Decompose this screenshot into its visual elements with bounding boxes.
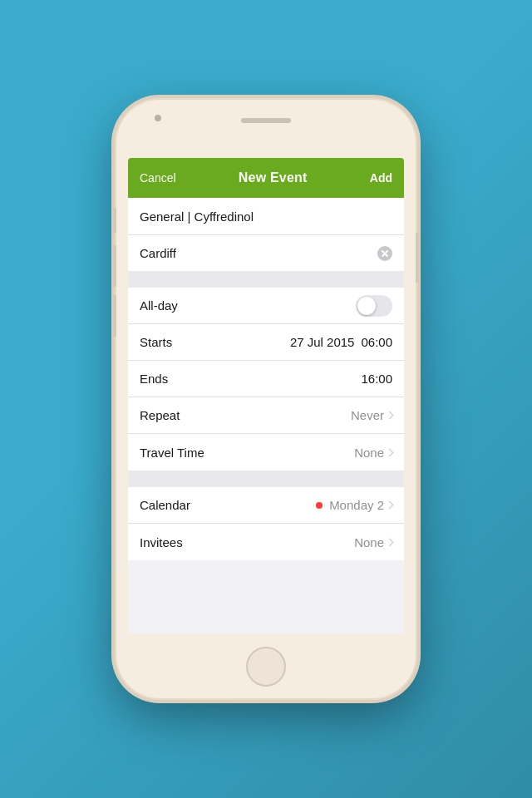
calendar-chevron-icon [386, 501, 394, 510]
repeat-label: Repeat [140, 408, 351, 422]
allday-label: All-day [140, 298, 356, 313]
volume-down-button [113, 295, 116, 337]
calendar-dot-icon [316, 502, 323, 509]
toggle-knob [357, 297, 376, 315]
travel-value: None [354, 446, 384, 460]
travel-label: Travel Time [140, 446, 354, 460]
cancel-button[interactable]: Cancel [140, 171, 176, 185]
ends-row[interactable]: Ends 16:00 [128, 361, 404, 397]
location-value: Cardiff [140, 246, 377, 260]
nav-title: New Event [239, 170, 308, 185]
home-button[interactable] [246, 647, 286, 687]
power-button [416, 233, 419, 283]
location-row[interactable]: Cardiff [128, 234, 404, 271]
phone-frame: Cancel New Event Add General | Cyffredin… [116, 100, 416, 698]
starts-row[interactable]: Starts 27 Jul 2015 06:00 [128, 324, 404, 361]
phone-camera [155, 115, 161, 121]
category-row[interactable]: General | Cyffredinol [128, 198, 404, 234]
repeat-row[interactable]: Repeat Never [128, 397, 404, 434]
travel-chevron-icon [386, 448, 394, 456]
clear-location-button[interactable] [377, 246, 392, 261]
calendar-value-text: Monday 2 [329, 498, 384, 512]
calendar-label: Calendar [140, 498, 316, 512]
allday-row[interactable]: All-day [128, 288, 404, 324]
invitees-row[interactable]: Invitees None [128, 524, 404, 560]
allday-toggle[interactable] [356, 295, 392, 317]
calendar-value: Monday 2 [316, 498, 384, 512]
calendar-row[interactable]: Calendar Monday 2 [128, 487, 404, 524]
starts-date: 27 Jul 2015 [290, 335, 355, 349]
section-separator-1 [128, 271, 404, 288]
phone-speaker [241, 118, 291, 123]
calendar-section: Calendar Monday 2 Invitees None [128, 487, 404, 560]
nav-bar: Cancel New Event Add [128, 158, 404, 198]
category-label: General | Cyffredinol [140, 209, 392, 224]
phone-screen: Cancel New Event Add General | Cyffredin… [128, 158, 404, 633]
invitees-value: None [354, 535, 384, 549]
datetime-section: All-day Starts 27 Jul 2015 06:00 Ends 16… [128, 288, 404, 470]
repeat-value: Never [351, 408, 384, 422]
starts-label: Starts [140, 335, 290, 349]
invitees-chevron-icon [386, 538, 394, 546]
category-section: General | Cyffredinol Cardiff [128, 198, 404, 271]
ends-label: Ends [140, 372, 361, 386]
section-separator-2 [128, 470, 404, 487]
silent-button [113, 208, 116, 233]
volume-up-button [113, 245, 116, 287]
starts-time: 06:00 [361, 335, 392, 349]
repeat-chevron-icon [386, 411, 394, 420]
invitees-label: Invitees [140, 535, 354, 549]
add-button[interactable]: Add [370, 171, 392, 185]
travel-row[interactable]: Travel Time None [128, 434, 404, 470]
ends-time: 16:00 [361, 372, 392, 386]
